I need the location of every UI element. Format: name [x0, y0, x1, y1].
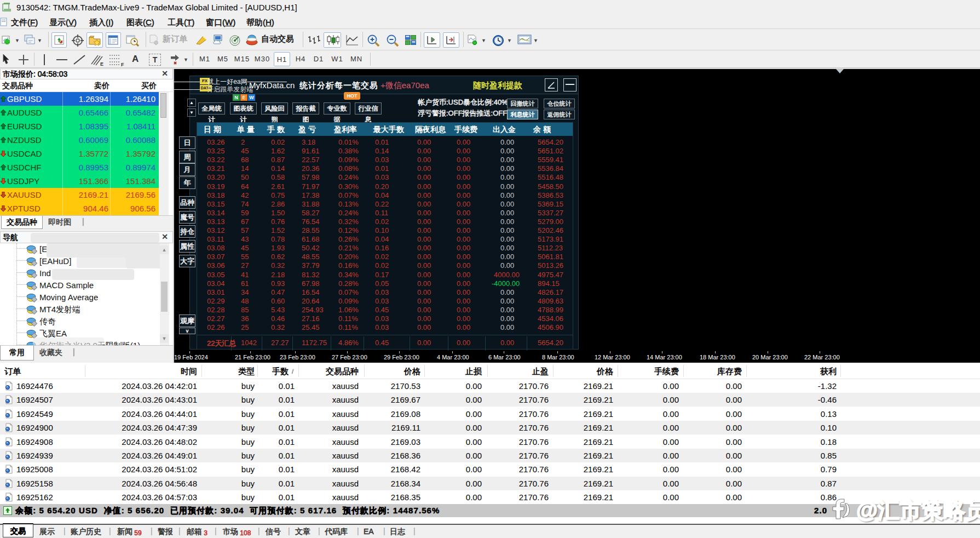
svg-text:F: F: [121, 62, 124, 66]
svg-text:E: E: [100, 61, 103, 66]
